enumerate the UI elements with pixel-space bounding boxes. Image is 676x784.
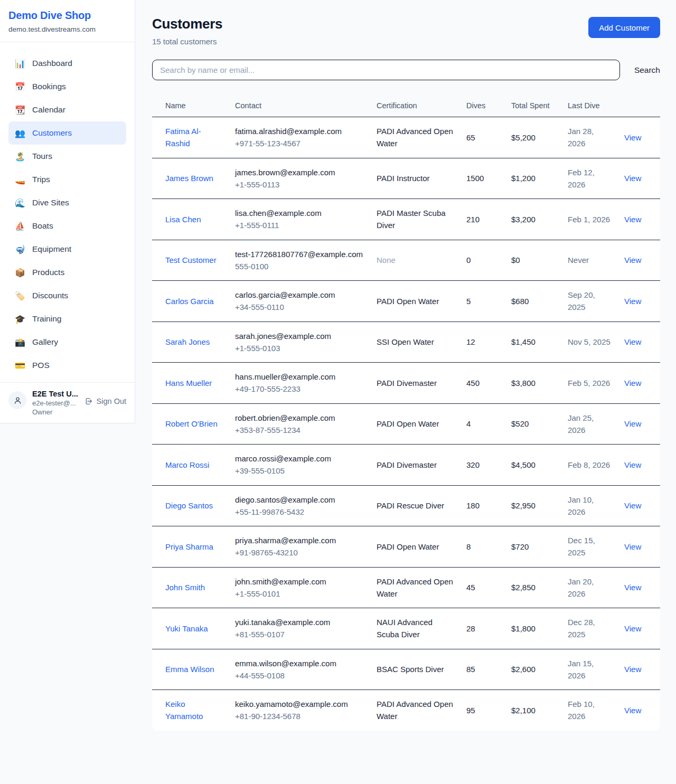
dive-mask-icon: 🤿 xyxy=(15,244,25,254)
last-dive-cell: Never xyxy=(561,240,618,281)
view-customer-link[interactable]: View xyxy=(624,583,641,592)
certification: PADI Advanced Open Water xyxy=(377,700,453,721)
view-customer-link[interactable]: View xyxy=(624,706,641,715)
view-customer-link[interactable]: View xyxy=(624,379,641,388)
sidebar: Demo Dive Shop demo.test.divestreams.com… xyxy=(0,0,135,423)
customer-phone: +81-90-1234-5678 xyxy=(235,710,364,722)
view-customer-link[interactable]: View xyxy=(624,501,641,510)
customer-name-link[interactable]: Diego Santos xyxy=(165,501,213,510)
contact-cell: lisa.chen@example.com+1-555-0111 xyxy=(229,199,370,240)
customer-email: emma.wilson@example.com xyxy=(235,657,364,669)
view-customer-link[interactable]: View xyxy=(624,133,641,142)
view-customer-link[interactable]: View xyxy=(624,215,641,224)
customer-phone: +971-55-123-4567 xyxy=(235,137,364,149)
sidebar-item-tours[interactable]: 🏝️Tours xyxy=(8,145,126,168)
view-customer-link[interactable]: View xyxy=(624,460,641,469)
camera-icon: 📸 xyxy=(15,337,25,347)
view-customer-link[interactable]: View xyxy=(624,624,641,633)
last-dive: Jan 20, 2026 xyxy=(568,577,594,598)
view-customer-link[interactable]: View xyxy=(624,337,641,346)
last-dive-cell: Feb 1, 2026 xyxy=(561,199,618,240)
sign-out-button[interactable]: Sign Out xyxy=(84,397,126,405)
sidebar-item-discounts[interactable]: 🏷️Discounts xyxy=(8,284,126,307)
sidebar-item-calendar[interactable]: 📆Calendar xyxy=(8,98,126,121)
sidebar-item-trips[interactable]: 🚤Trips xyxy=(8,168,126,191)
view-customer-link[interactable]: View xyxy=(624,419,641,428)
sidebar-item-training[interactable]: 🎓Training xyxy=(8,307,126,330)
action-cell: View xyxy=(618,690,660,731)
action-cell: View xyxy=(618,240,660,281)
column-header: Last Dive xyxy=(561,95,618,117)
last-dive-cell: Nov 5, 2025 xyxy=(561,322,618,363)
customer-name-link[interactable]: Hans Mueller xyxy=(165,379,212,388)
customer-name-link[interactable]: Priya Sharma xyxy=(165,542,213,551)
last-dive: Dec 28, 2025 xyxy=(568,618,595,639)
certification-cell: PADI Advanced Open Water xyxy=(370,690,460,731)
customer-name-link[interactable]: Robert O'Brien xyxy=(165,419,218,428)
customer-name-link[interactable]: John Smith xyxy=(165,583,205,592)
search-button[interactable]: Search xyxy=(634,65,660,75)
sidebar-item-equipment[interactable]: 🤿Equipment xyxy=(8,238,126,261)
table-row: Emma Wilsonemma.wilson@example.com+44-55… xyxy=(152,649,660,690)
customer-name-link[interactable]: Test Customer xyxy=(165,256,217,265)
sidebar-item-label: Gallery xyxy=(32,337,58,347)
last-dive-cell: Feb 12, 2026 xyxy=(561,158,618,199)
customer-email: james.brown@example.com xyxy=(235,166,364,178)
certification: PADI Open Water xyxy=(377,297,439,306)
sidebar-item-dive-sites[interactable]: 🌊Dive Sites xyxy=(8,191,126,214)
customer-phone: +44-555-0108 xyxy=(235,669,364,682)
customer-name-link[interactable]: Fatima Al-Rashid xyxy=(165,127,201,148)
customer-email: fatima.alrashid@example.com xyxy=(235,125,364,137)
customer-name-link[interactable]: Yuki Tanaka xyxy=(165,624,208,633)
sidebar-item-customers[interactable]: 👥Customers xyxy=(8,121,126,145)
total-spent-cell: $2,850 xyxy=(505,567,561,608)
view-customer-link[interactable]: View xyxy=(624,256,641,265)
customer-email: hans.mueller@example.com xyxy=(235,371,364,383)
name-cell: Emma Wilson xyxy=(152,649,229,690)
total-spent-cell: $1,200 xyxy=(505,158,561,199)
contact-cell: hans.mueller@example.com+49-170-555-2233 xyxy=(229,363,370,404)
contact-cell: james.brown@example.com+1-555-0113 xyxy=(229,158,370,199)
user-info: E2E Test U... e2e-tester@... Owner xyxy=(32,390,79,416)
view-customer-link[interactable]: View xyxy=(624,174,641,183)
customer-name-link[interactable]: Lisa Chen xyxy=(165,215,201,224)
customer-name-link[interactable]: Sarah Jones xyxy=(165,337,210,346)
certification-cell: PADI Open Water xyxy=(370,281,460,322)
certification-cell: PADI Rescue Diver xyxy=(370,485,460,526)
view-customer-link[interactable]: View xyxy=(624,665,641,674)
search-input[interactable] xyxy=(152,60,620,80)
customer-name-link[interactable]: James Brown xyxy=(165,174,213,183)
action-cell: View xyxy=(618,445,660,486)
customer-name-link[interactable]: Keiko Yamamoto xyxy=(165,700,203,721)
customer-name-link[interactable]: Emma Wilson xyxy=(165,665,214,674)
sidebar-item-boats[interactable]: ⛵Boats xyxy=(8,214,126,238)
table-row: Keiko Yamamotokeiko.yamamoto@example.com… xyxy=(152,690,660,731)
name-cell: John Smith xyxy=(152,567,229,608)
sidebar-user-section: E2E Test U... e2e-tester@... Owner Sign … xyxy=(0,382,135,423)
name-cell: James Brown xyxy=(152,158,229,199)
sidebar-item-products[interactable]: 📦Products xyxy=(8,261,126,284)
action-cell: View xyxy=(618,117,660,158)
user-name: E2E Test U... xyxy=(32,390,79,398)
speedboat-icon: 🚤 xyxy=(15,175,25,185)
view-customer-link[interactable]: View xyxy=(624,297,641,306)
contact-cell: diego.santos@example.com+55-11-99876-543… xyxy=(229,485,370,526)
certification: PADI Master Scuba Diver xyxy=(377,209,446,230)
customer-email: robert.obrien@example.com xyxy=(235,412,364,424)
sidebar-item-pos[interactable]: 💳POS xyxy=(8,354,126,377)
customer-name-link[interactable]: Carlos Garcia xyxy=(165,297,214,306)
dives-cell: 65 xyxy=(460,117,505,158)
customer-email: lisa.chen@example.com xyxy=(235,207,364,219)
certification: PADI Advanced Open Water xyxy=(377,127,453,148)
add-customer-button[interactable]: Add Customer xyxy=(588,17,660,38)
customers-table-card: NameContactCertificationDivesTotal Spent… xyxy=(152,95,660,731)
sidebar-item-label: Dive Sites xyxy=(32,198,69,207)
shop-title[interactable]: Demo Dive Shop xyxy=(8,10,126,22)
dives-cell: 450 xyxy=(460,363,505,404)
name-cell: Diego Santos xyxy=(152,485,229,526)
sidebar-item-dashboard[interactable]: 📊Dashboard xyxy=(8,52,126,75)
customer-name-link[interactable]: Marco Rossi xyxy=(165,460,209,469)
sidebar-item-gallery[interactable]: 📸Gallery xyxy=(8,330,126,354)
sidebar-item-bookings[interactable]: 📅Bookings xyxy=(8,75,126,98)
view-customer-link[interactable]: View xyxy=(624,542,641,551)
